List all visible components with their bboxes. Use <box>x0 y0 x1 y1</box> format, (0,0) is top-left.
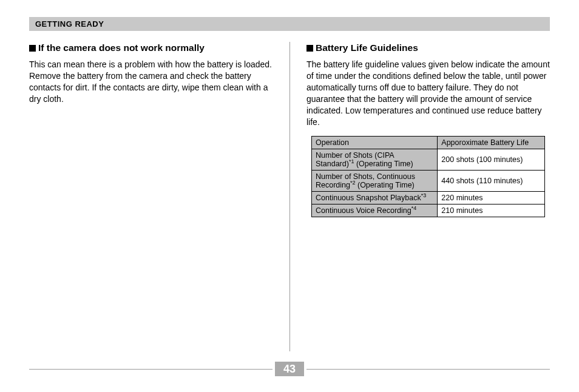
table-header-life: Apporoximate Battery Life <box>438 137 545 149</box>
right-column: Battery Life Guidelines The battery life… <box>290 42 550 351</box>
page-number: 43 <box>275 362 304 376</box>
left-column: If the camera does not work normally Thi… <box>29 42 290 351</box>
content-columns: If the camera does not work normally Thi… <box>29 42 550 351</box>
section-header: GETTING READY <box>29 17 550 31</box>
left-body: This can mean there is a problem with ho… <box>29 59 273 105</box>
table-row: Continuous Voice Recording*4 210 minutes <box>312 204 545 217</box>
table-row: Continuous Snapshot Playback*3 220 minut… <box>312 192 545 204</box>
table-row: Number of Shots (CIPA Standard)*1 (Opera… <box>312 149 545 171</box>
row-value: 210 minutes <box>438 204 545 217</box>
right-heading: Battery Life Guidelines <box>306 42 550 54</box>
square-bullet-icon <box>29 45 36 52</box>
row-value: 200 shots (100 minutes) <box>438 149 545 171</box>
left-heading: If the camera does not work normally <box>29 42 273 54</box>
table-header-row: Operation Apporoximate Battery Life <box>312 137 545 149</box>
page: GETTING READY If the camera does not wor… <box>0 0 579 351</box>
left-heading-text: If the camera does not work normally <box>38 42 205 53</box>
row-value: 220 minutes <box>438 192 545 204</box>
row-label: Number of Shots, Continuous Recording*2 … <box>312 171 438 192</box>
row-label: Number of Shots (CIPA Standard)*1 (Opera… <box>312 149 438 171</box>
column-divider <box>290 42 290 351</box>
table-header-operation: Operation <box>312 137 438 149</box>
footer-rule-right <box>306 369 550 370</box>
row-label: Continuous Snapshot Playback*3 <box>312 192 438 204</box>
table-row: Number of Shots, Continuous Recording*2 … <box>312 171 545 192</box>
right-body: The battery life guideline values given … <box>306 59 550 127</box>
battery-life-table: Operation Apporoximate Battery Life Numb… <box>311 136 545 217</box>
square-bullet-icon <box>306 45 313 52</box>
page-footer: 43 <box>29 362 550 379</box>
right-heading-text: Battery Life Guidelines <box>316 42 418 53</box>
row-value: 440 shots (110 minutes) <box>438 171 545 192</box>
footer-rule-left <box>29 369 273 370</box>
row-label: Continuous Voice Recording*4 <box>312 204 438 217</box>
